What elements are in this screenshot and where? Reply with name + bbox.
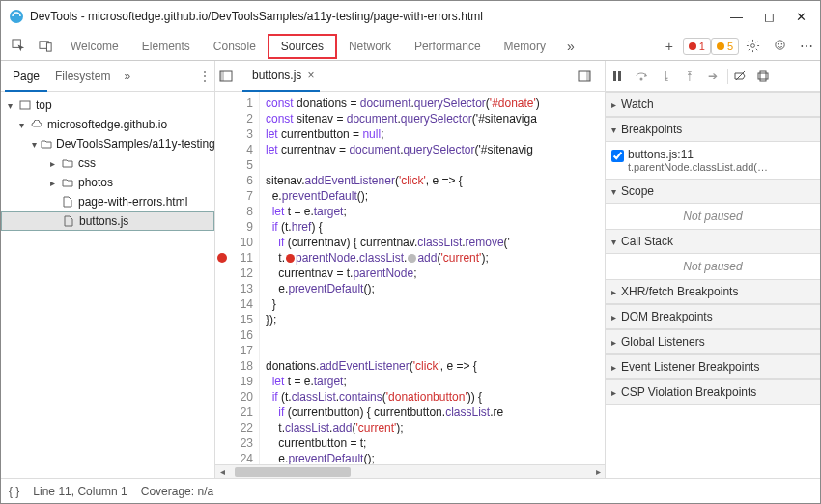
navigator-tab-page[interactable]: Page xyxy=(5,61,47,92)
step-over-icon[interactable] xyxy=(635,70,652,82)
tab-network[interactable]: Network xyxy=(337,32,403,61)
cloud-icon xyxy=(30,118,43,131)
code-editor[interactable]: 1234567891011121314151617181920212223242… xyxy=(215,92,605,464)
tree-folder-root[interactable]: ▾DevToolsSamples/a11y-testing xyxy=(1,134,214,154)
tab-memory[interactable]: Memory xyxy=(493,32,557,61)
svg-rect-12 xyxy=(586,71,590,81)
navigator-panel: Page Filesystem » ⋮ ▾top ▾microsoftedge.… xyxy=(1,61,215,478)
window-titlebar: DevTools - microsoftedge.github.io/DevTo… xyxy=(1,1,820,32)
errors-badge[interactable]: 1 xyxy=(683,38,711,55)
pause-exceptions-icon[interactable] xyxy=(757,70,775,82)
navigator-options-icon[interactable]: ⋮ xyxy=(199,70,211,83)
file-icon xyxy=(62,214,75,228)
window-close-button[interactable]: ✕ xyxy=(796,10,807,24)
breakpoint-detail: t.parentNode.classList.add(… xyxy=(628,161,768,173)
frame-icon xyxy=(18,98,32,112)
file-icon xyxy=(61,195,74,209)
inspect-element-icon[interactable] xyxy=(5,33,32,60)
svg-point-15 xyxy=(640,77,643,80)
section-scope[interactable]: ▾Scope xyxy=(606,179,820,204)
section-watch[interactable]: ▸Watch xyxy=(606,92,820,117)
tab-console[interactable]: Console xyxy=(202,32,268,61)
svg-point-7 xyxy=(780,43,782,45)
toggle-debugger-icon[interactable] xyxy=(578,70,601,83)
section-xhr[interactable]: ▸XHR/fetch Breakpoints xyxy=(606,279,820,304)
debugger-toolbar: ⭳ ⭱ ➔ xyxy=(606,61,820,92)
errors-count: 1 xyxy=(699,41,705,52)
window-title: DevTools - microsoftedge.github.io/DevTo… xyxy=(30,10,730,23)
folder-icon xyxy=(61,156,74,170)
section-dom[interactable]: ▸DOM Breakpoints xyxy=(606,304,820,329)
more-tabs-icon[interactable]: » xyxy=(557,33,584,60)
tree-domain[interactable]: ▾microsoftedge.github.io xyxy=(1,115,214,134)
svg-rect-3 xyxy=(46,43,51,51)
step-out-icon[interactable]: ⭱ xyxy=(681,70,698,83)
svg-point-6 xyxy=(777,43,779,45)
new-tab-icon[interactable]: + xyxy=(656,33,683,60)
breakpoint-checkbox[interactable] xyxy=(611,150,624,162)
svg-point-0 xyxy=(10,10,23,23)
step-icon[interactable]: ➔ xyxy=(704,70,722,83)
pretty-print-icon[interactable]: { } xyxy=(9,485,19,498)
tab-sources[interactable]: Sources xyxy=(268,34,337,59)
main-tabbar: Welcome Elements Console Sources Network… xyxy=(1,32,820,61)
callstack-not-paused: Not paused xyxy=(606,254,820,279)
tab-performance[interactable]: Performance xyxy=(403,32,493,61)
navigator-more-icon[interactable]: » xyxy=(124,70,130,83)
svg-rect-10 xyxy=(220,71,224,81)
feedback-icon[interactable] xyxy=(766,33,793,60)
warnings-count: 5 xyxy=(727,41,733,52)
close-tab-icon[interactable]: × xyxy=(307,60,314,91)
pause-resume-icon[interactable] xyxy=(611,70,629,82)
more-options-icon[interactable]: ⋯ xyxy=(793,33,820,60)
breakpoints-list: buttons.js:11 t.parentNode.classList.add… xyxy=(606,142,820,179)
tree-top-frame[interactable]: ▾top xyxy=(1,96,214,115)
window-maximize-button[interactable]: ◻ xyxy=(764,10,775,24)
tab-elements[interactable]: Elements xyxy=(130,32,202,61)
status-bar: { } Line 11, Column 1 Coverage: n/a xyxy=(1,478,820,503)
editor-tab-buttons-js[interactable]: buttons.js × xyxy=(242,61,320,92)
svg-rect-8 xyxy=(20,101,30,109)
step-into-icon[interactable]: ⭳ xyxy=(658,70,675,83)
tree-folder-photos[interactable]: ▸photos xyxy=(1,173,214,192)
deactivate-breakpoints-icon[interactable] xyxy=(734,70,751,82)
coverage-status: Coverage: n/a xyxy=(141,485,213,498)
folder-icon xyxy=(61,176,74,189)
device-emulation-icon[interactable] xyxy=(32,33,59,60)
svg-point-4 xyxy=(750,44,754,48)
breakpoint-label: buttons.js:11 xyxy=(628,148,768,161)
debugger-panel: ⭳ ⭱ ➔ ▸Watch ▾Breakpoints buttons.js:11 … xyxy=(606,61,820,478)
file-tree: ▾top ▾microsoftedge.github.io ▾DevToolsS… xyxy=(1,92,214,235)
tree-folder-css[interactable]: ▸css xyxy=(1,154,214,173)
section-event[interactable]: ▸Event Listener Breakpoints xyxy=(606,354,820,379)
tree-file-js[interactable]: buttons.js xyxy=(1,211,214,231)
breakpoint-item[interactable]: buttons.js:11 t.parentNode.classList.add… xyxy=(611,146,814,175)
section-global[interactable]: ▸Global Listeners xyxy=(606,329,820,354)
cursor-position: Line 11, Column 1 xyxy=(33,485,127,498)
folder-icon xyxy=(41,137,52,151)
tab-welcome[interactable]: Welcome xyxy=(59,32,130,61)
toggle-navigator-icon[interactable] xyxy=(219,70,242,83)
section-callstack[interactable]: ▾Call Stack xyxy=(606,229,820,254)
scope-not-paused: Not paused xyxy=(606,204,820,229)
svg-rect-14 xyxy=(618,71,621,81)
section-csp[interactable]: ▸CSP Violation Breakpoints xyxy=(606,379,820,405)
devtools-app-icon xyxy=(9,9,24,24)
tree-file-html[interactable]: page-with-errors.html xyxy=(1,192,214,211)
window-minimize-button[interactable]: — xyxy=(730,10,743,24)
section-breakpoints[interactable]: ▾Breakpoints xyxy=(606,117,820,142)
warnings-badge[interactable]: 5 xyxy=(711,38,739,55)
horizontal-scrollbar[interactable]: ◂▸ xyxy=(215,464,605,478)
editor-panel: buttons.js × 123456789101112131415161718… xyxy=(215,61,606,478)
settings-gear-icon[interactable] xyxy=(739,33,766,60)
svg-rect-13 xyxy=(613,71,616,81)
navigator-tab-filesystem[interactable]: Filesystem xyxy=(47,61,118,92)
